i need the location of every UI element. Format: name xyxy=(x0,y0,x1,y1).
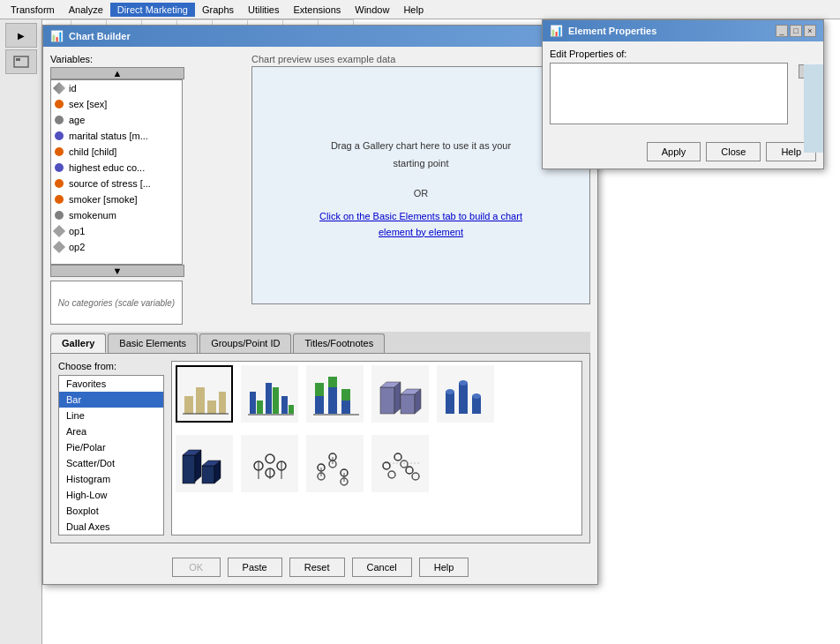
chart-builder-titlebar: 📊 Chart Builder _ □ × xyxy=(43,26,597,47)
paste-button[interactable]: Paste xyxy=(228,558,282,577)
ok-button[interactable]: OK xyxy=(172,558,221,577)
menu-bar: Transform Analyze Direct Marketing Graph… xyxy=(0,0,840,19)
variables-list: id sex [sex] age xyxy=(50,79,183,265)
menu-utilities[interactable]: Utilities xyxy=(241,3,286,17)
element-props-controls: _ □ × xyxy=(774,25,816,37)
svg-rect-5 xyxy=(250,392,256,414)
split-dot-chart-icon xyxy=(376,439,424,488)
tab-titles-footnotes[interactable]: Titles/Footnotes xyxy=(293,333,385,353)
thumbnail-1[interactable] xyxy=(176,365,233,423)
ep-minimize-button[interactable]: _ xyxy=(776,25,788,37)
svg-rect-8 xyxy=(273,387,279,414)
thumbnail-8[interactable] xyxy=(306,435,364,492)
type-dual-axes[interactable]: Dual Axes xyxy=(59,519,163,535)
svg-point-58 xyxy=(412,473,419,480)
element-properties-dialog: 📊 Element Properties _ □ × Edit Properti… xyxy=(542,19,824,169)
toolbar-btn-2[interactable] xyxy=(5,49,37,74)
help-button[interactable]: Help xyxy=(419,558,469,577)
ep-close-button[interactable]: × xyxy=(804,25,816,37)
variable-op1[interactable]: op1 xyxy=(51,223,182,239)
variable-id[interactable]: id xyxy=(51,80,182,96)
variables-scroll-down[interactable]: ▼ xyxy=(50,265,184,277)
properties-textarea[interactable] xyxy=(550,63,788,124)
element-props-titlebar: 📊 Element Properties _ □ × xyxy=(543,20,823,41)
svg-rect-31 xyxy=(183,455,195,483)
variables-scroll-up[interactable]: ▲ xyxy=(50,67,184,79)
type-area[interactable]: Area xyxy=(59,423,163,439)
thumbnail-3[interactable] xyxy=(306,365,364,423)
gallery-section: Choose from: Favorites Bar Line Area Pie… xyxy=(50,354,590,543)
variables-panel: Variables: ▲ id sex [sex] xyxy=(50,54,244,325)
menu-window[interactable]: Window xyxy=(348,3,396,17)
type-scatter-dot[interactable]: Scatter/Dot xyxy=(59,455,163,471)
pencil-icon3 xyxy=(53,241,65,253)
type-bar[interactable]: Bar xyxy=(59,392,163,408)
variable-child[interactable]: child [child] xyxy=(51,144,182,160)
variable-educ[interactable]: highest educ co... xyxy=(51,160,182,176)
chart-preview-section: Chart preview uses example data Drag a G… xyxy=(251,54,590,325)
menu-transform[interactable]: Transform xyxy=(4,3,62,17)
menu-direct-marketing[interactable]: Direct Marketing xyxy=(110,3,195,17)
preview-click-link[interactable]: Click on the Basic Elements tab to build… xyxy=(302,209,540,240)
toolbar: ▶ xyxy=(0,19,42,644)
dot-line-chart-icon xyxy=(311,439,359,488)
svg-rect-27 xyxy=(459,383,468,414)
thumbnail-9[interactable] xyxy=(371,435,429,492)
element-props-body: Edit Properties of: × xyxy=(543,41,823,135)
toolbar-btn-1[interactable]: ▶ xyxy=(5,23,37,48)
element-props-icon: 📊 xyxy=(550,25,563,37)
menu-help[interactable]: Help xyxy=(396,3,431,17)
svg-marker-33 xyxy=(195,450,201,482)
thumbnail-2[interactable] xyxy=(241,365,298,423)
menu-graphs[interactable]: Graphs xyxy=(195,3,241,17)
ep-right-panel xyxy=(804,64,823,153)
bar-chart-icon-2 xyxy=(245,370,294,418)
svg-rect-60 xyxy=(14,56,28,67)
bar-chart-icon-5 xyxy=(441,370,490,418)
svg-point-30 xyxy=(472,393,481,399)
bar-chart-icon-6 xyxy=(180,439,229,488)
ep-apply-button[interactable]: Apply xyxy=(647,142,701,161)
tab-groups-point-id[interactable]: Groups/Point ID xyxy=(199,333,291,353)
preview-header: Chart preview uses example data xyxy=(251,54,590,64)
variable-sex[interactable]: sex [sex] xyxy=(51,96,182,112)
type-histogram[interactable]: Histogram xyxy=(59,471,163,487)
type-pie-polar[interactable]: Pie/Polar xyxy=(59,439,163,455)
chart-preview-area[interactable]: Drag a Gallery chart here to use it as y… xyxy=(251,66,590,304)
svg-point-57 xyxy=(401,461,408,468)
tab-gallery[interactable]: Gallery xyxy=(50,333,106,353)
tabs-row: Gallery Basic Elements Groups/Point ID T… xyxy=(50,332,590,354)
nominal-icon2 xyxy=(55,147,64,156)
variable-stress[interactable]: source of stress [... xyxy=(51,176,182,191)
type-high-low[interactable]: High-Low xyxy=(59,487,163,503)
type-favorites[interactable]: Favorites xyxy=(59,376,163,392)
chart-builder-title: Chart Builder xyxy=(69,31,131,41)
nominal-icon3 xyxy=(55,179,64,188)
thumbnail-5[interactable] xyxy=(437,365,494,423)
svg-rect-2 xyxy=(207,401,216,414)
ep-maximize-button[interactable]: □ xyxy=(790,25,802,37)
variable-marital[interactable]: marital status [m... xyxy=(51,128,182,144)
edit-properties-label: Edit Properties of: xyxy=(550,49,816,59)
pencil-icon2 xyxy=(53,225,65,237)
menu-extensions[interactable]: Extensions xyxy=(286,3,348,17)
menu-analyze[interactable]: Analyze xyxy=(62,3,110,17)
properties-text-input[interactable] xyxy=(551,64,787,124)
reset-button[interactable]: Reset xyxy=(289,558,345,577)
variable-op2[interactable]: op2 xyxy=(51,239,182,255)
thumbnail-7[interactable] xyxy=(241,435,298,492)
type-boxplot[interactable]: Boxplot xyxy=(59,503,163,519)
cancel-button[interactable]: Cancel xyxy=(352,558,412,577)
ep-close-button-bottom[interactable]: Close xyxy=(706,142,761,161)
thumbnail-4[interactable] xyxy=(371,365,429,423)
tab-basic-elements[interactable]: Basic Elements xyxy=(108,333,198,353)
variable-age[interactable]: age xyxy=(51,112,182,128)
variable-smoker[interactable]: smoker [smoke] xyxy=(51,191,182,207)
type-line[interactable]: Line xyxy=(59,408,163,423)
svg-rect-34 xyxy=(202,466,214,483)
bar-chart-icon-4 xyxy=(376,370,424,418)
thumbnail-6[interactable] xyxy=(176,435,233,492)
nominal-icon xyxy=(55,100,64,109)
variable-smokenum[interactable]: smokenum xyxy=(51,207,182,223)
dot-chart-icon xyxy=(245,439,294,488)
